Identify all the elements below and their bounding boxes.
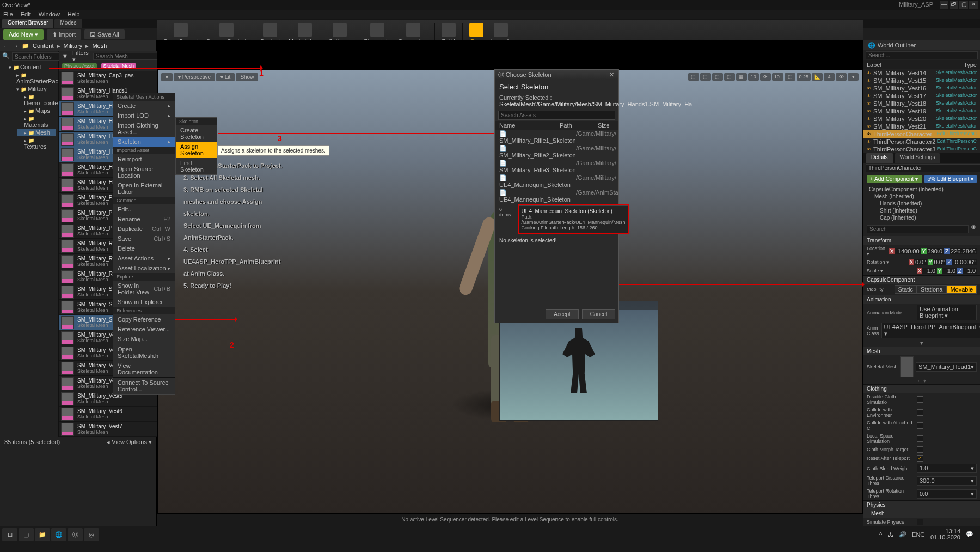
dialog-cancel-button[interactable]: Cancel [582,309,615,319]
ctx-import-lod[interactable]: Import LOD▸ [113,111,175,120]
simulate-physics-cb[interactable] [917,519,923,525]
animation-mode-dropdown[interactable]: Use Animation Blueprint ▾ [917,305,977,320]
network-icon[interactable]: 🖧 [887,531,893,538]
outliner-row[interactable]: 👁SM_Military_Vest20SkeletalMeshActor [863,115,980,123]
eye-icon[interactable]: 👁 [971,224,977,234]
import-button[interactable]: ⬆ Import [47,29,81,40]
ctx-show-folder[interactable]: Show in Folder ViewCtrl+B [113,281,175,297]
viewport-tool[interactable]: ⬚ [712,73,723,81]
app-icon[interactable]: ◎ [84,528,99,541]
checkbox[interactable] [917,446,923,453]
checkbox[interactable] [917,435,923,442]
skeleton-item[interactable]: 📄 SM_Military_Rifle1_Skeleton/Game/Milit… [495,130,618,144]
loc-y[interactable]: 390.0 [927,248,944,254]
tree-maps[interactable]: Maps [17,107,56,114]
vp-show[interactable]: Show [236,73,258,81]
outliner-row[interactable]: 👁SM_Military_Vest21SkeletalMeshActor [863,123,980,130]
rot-z[interactable]: -0.0006° [952,259,977,265]
outliner-row[interactable]: 👁ThirdPersonCharacter3Edit ThirdPersonC [863,145,980,153]
outliner-row[interactable]: 👁SM_Military_Vest15SkeletalMeshActor [863,77,980,84]
vp-menu-icon[interactable]: ▾ [161,73,173,81]
viewport-tool[interactable]: ⬚ [724,73,735,81]
mobility-movable[interactable]: Movable [946,285,977,294]
section-physics[interactable]: Physics [863,500,980,509]
outliner-row[interactable]: 👁SM_Military_Vest14SkeletalMeshActor [863,69,980,77]
ctx-rename[interactable]: RenameF2 [113,214,175,224]
outliner-row[interactable]: 👁SM_Military_Vest16SkeletalMeshActor [863,84,980,92]
ctx-create[interactable]: Create▸ [113,101,175,111]
details-search[interactable] [867,225,969,233]
checkbox[interactable] [917,422,923,429]
skeleton-item[interactable]: 📄 SM_Military_Rifle3_Skeleton/Game/Milit… [495,159,618,174]
comp-cap[interactable]: Cap (Inherited) [867,214,977,221]
ctx-connect-source[interactable]: Connect To Source Control... [113,378,175,394]
edit-blueprint-button[interactable]: o% Edit Blueprint ▾ [924,175,977,183]
section-animation[interactable]: Animation [863,295,980,304]
skeleton-item[interactable]: 📄 SM_Military_Rifle2_Skeleton/Game/Milit… [495,144,618,159]
add-component-button[interactable]: + Add Component ▾ [867,175,922,183]
unreal-icon[interactable]: Ⓤ [68,528,83,541]
anim-class-dropdown[interactable]: UE4ASP_HeroTPP_AnimBlueprint_C ▾ [881,323,981,338]
breadcrumb-content[interactable]: Content [33,43,54,49]
skeleton-item[interactable]: 📄 UE4_Mannequin_Skeleton/Game/Military/ [495,174,618,189]
mobility-stationary[interactable]: Stationa [917,285,946,294]
view-options[interactable]: ◂ View Options ▾ [107,439,152,446]
checkbox[interactable] [917,409,923,416]
ctx-ref-viewer[interactable]: Reference Viewer... [113,324,175,334]
outliner-row[interactable]: 👁ThirdPersonCharacter2Edit ThirdPersonC [863,138,980,145]
viewport-tool[interactable]: ⬚ [785,73,795,81]
visibility-icon[interactable]: 👁 [867,94,871,99]
restore-button[interactable]: 🗗 [950,1,958,9]
visibility-icon[interactable]: 👁 [867,132,871,137]
skeleton-item[interactable]: 📄 UE4_Mannequin_Skeleton/Game/AnimSta [495,189,618,203]
ctx-open-external[interactable]: Open In External Editor [113,180,175,197]
submenu-assign-skeleton[interactable]: Assign Skeleton [176,142,217,158]
maximize-button[interactable]: ▢ [959,1,968,9]
comp-mesh[interactable]: Mesh (Inherited) [867,193,977,200]
tree-demo[interactable]: Demo_content [17,93,56,107]
ctx-open-source[interactable]: Open Source Location [113,164,175,180]
start-button[interactable]: ⊞ [2,528,17,541]
tab-content-browser[interactable]: Content Browser [2,19,53,28]
actor-name-field[interactable] [866,164,980,172]
dialog-search-input[interactable] [498,111,615,120]
tree-animstarterpack[interactable]: AnimStarterPack [10,71,56,85]
ctx-edit[interactable]: Edit... [113,204,175,214]
viewport-tool[interactable]: ⬚ [688,73,699,81]
viewport-tool[interactable]: ⟳ [760,73,771,81]
ctx-copy-ref[interactable]: Copy Reference [113,314,175,324]
scale-z[interactable]: 1.0 [963,268,977,274]
ctx-delete[interactable]: Delete [113,244,175,253]
volume-icon[interactable]: 🔊 [899,531,906,538]
visibility-icon[interactable]: 👁 [867,147,871,152]
submenu-create-skeleton[interactable]: Create Skeleton [176,125,217,142]
visibility-icon[interactable]: 👁 [867,71,871,76]
teleport-rotation[interactable]: 0.0▾ [917,489,977,499]
outliner-row[interactable]: 👁SM_Military_Vest18SkeletalMeshActor [863,100,980,107]
menu-file[interactable]: File [3,11,13,17]
ctx-asset-actions[interactable]: Asset Actions▸ [113,253,175,263]
tab-modes[interactable]: Modes [54,19,82,28]
tab-world-settings[interactable]: World Settings [895,153,941,163]
visibility-icon[interactable]: 👁 [867,86,871,91]
ctx-show-explorer[interactable]: Show in Explorer [113,297,175,307]
tab-details[interactable]: Details [866,153,893,163]
minimize-button[interactable]: — [940,1,948,9]
outliner-row[interactable]: 👁SM_Military_Vest17SkeletalMeshActor [863,92,980,100]
scale-y[interactable]: 1.0 [942,268,957,274]
outliner-row[interactable]: 👁ThirdPersonCharacterEdit ThirdPersonC [863,130,980,138]
checkbox[interactable] [917,455,923,462]
ctx-size-map[interactable]: Size Map... [113,334,175,344]
asset-item[interactable]: SM_Military_Vest6Skeletal Mesh [59,407,171,422]
visibility-icon[interactable]: 👁 [867,109,871,114]
ctx-reimport[interactable]: Reimport [113,154,175,164]
viewport-tool[interactable]: 📐 [812,73,823,81]
col-type[interactable]: Type [933,62,977,68]
section-physics-mesh[interactable]: Mesh [863,509,980,518]
ctx-open-header[interactable]: Open SkeletalMesh.h [113,344,175,361]
tray-up-icon[interactable]: ^ [879,531,882,538]
outliner-row[interactable]: 👁SM_Military_Vest19SkeletalMeshActor [863,107,980,115]
notifications-icon[interactable]: 💬 [966,531,973,538]
menu-help[interactable]: Help [68,11,80,17]
save-all-button[interactable]: 🖫 Save All [84,29,125,39]
